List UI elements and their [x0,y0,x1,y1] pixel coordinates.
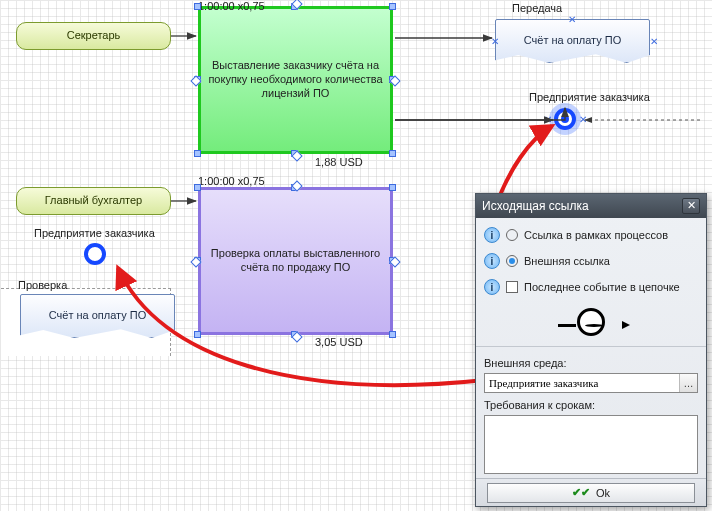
outgoing-link-dialog[interactable]: Исходящая ссылка ✕ i Ссылка в рамках про… [475,193,707,507]
separator [476,346,706,347]
role-chief-accountant[interactable]: Главный бухгалтер [16,187,171,215]
enterprise-label-left: Предприятие заказчика [34,227,155,239]
resize-handle[interactable] [389,150,396,157]
process-text: Выставление заказчику счёта на покупку н… [207,59,384,100]
check-icon: ✔✔ [572,486,590,499]
resize-handle[interactable] [389,331,396,338]
role-secretary[interactable]: Секретарь [16,22,171,50]
info-icon[interactable]: i [484,227,500,243]
resize-handle[interactable] [194,3,201,10]
option-process-link[interactable]: i Ссылка в рамках процессов [484,224,698,246]
transfer-label: Передача [512,2,562,14]
enterprise-label-top: Предприятие заказчика [529,91,650,103]
deadline-label: Требования к срокам: [484,399,698,411]
anchor-cross: ✕ [491,36,499,47]
process-text: Проверка оплаты выставленного счёта по п… [207,247,384,275]
document-text: Счёт на оплату ПО [49,309,147,323]
anchor-cross: ✕ [650,36,658,47]
option-label: Последнее событие в цепочке [524,281,680,293]
anchor-cross: ✕ [544,114,552,125]
resize-handle[interactable] [194,184,201,191]
dialog-footer: ✔✔ Ok [476,478,706,506]
dialog-body: i Ссылка в рамках процессов i Внешняя сс… [476,218,706,478]
deadline-textarea[interactable] [484,415,698,474]
resize-handle[interactable] [389,184,396,191]
radio-external-link[interactable] [506,255,518,267]
link-symbol-preview [577,308,605,336]
close-icon[interactable]: ✕ [682,198,700,214]
document-text: Счёт на оплату ПО [524,34,622,48]
ring-marker-left[interactable] [84,243,106,265]
option-external-link[interactable]: i Внешняя ссылка [484,250,698,272]
option-label: Внешняя ссылка [524,255,610,267]
ok-button-label: Ok [596,487,610,499]
resize-handle[interactable] [194,331,201,338]
info-icon[interactable]: i [484,279,500,295]
resize-handle[interactable] [194,150,201,157]
external-env-input[interactable] [485,374,679,392]
cost-label: 3,05 USD [315,336,363,348]
external-link-marker[interactable] [554,108,576,130]
ok-button[interactable]: ✔✔ Ok [487,483,695,503]
checkbox-last-event[interactable] [506,281,518,293]
info-icon[interactable]: i [484,253,500,269]
cost-label: 1,88 USD [315,156,363,168]
external-env-combo[interactable]: … [484,373,698,393]
check-label: Проверка [18,279,67,291]
anchor-cross: ✕ [568,14,576,25]
resize-handle[interactable] [389,3,396,10]
process-invoice-issue[interactable]: Выставление заказчику счёта на покупку н… [198,6,393,154]
role-label: Главный бухгалтер [45,194,142,208]
anchor-cross: ✕ [579,114,587,125]
radio-process-link[interactable] [506,229,518,241]
role-label: Секретарь [67,29,121,43]
dialog-title-text: Исходящая ссылка [482,199,589,213]
ellipsis-button[interactable]: … [679,374,697,392]
process-payment-check[interactable]: Проверка оплаты выставленного счёта по п… [198,187,393,335]
timing-label: 1:00:00 x0,75 [198,175,265,187]
dialog-titlebar[interactable]: Исходящая ссылка ✕ [476,194,706,218]
external-env-label: Внешняя среда: [484,357,698,369]
timing-label: 1:00:00 x0,75 [198,0,265,12]
option-label: Ссылка в рамках процессов [524,229,668,241]
option-last-event[interactable]: i Последнее событие в цепочке [484,276,698,298]
